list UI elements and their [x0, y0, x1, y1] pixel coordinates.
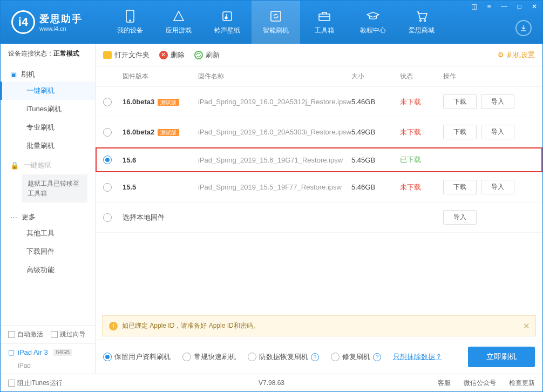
minimize-icon[interactable]: — — [499, 3, 509, 10]
label: 删除 — [171, 50, 185, 60]
erase-link[interactable]: 只想抹除数据？ — [393, 352, 442, 362]
skin-icon[interactable]: ◫ — [469, 3, 479, 10]
firmware-table: 16.0beta3测试版iPad_Spring_2019_16.0_20A531… — [96, 87, 542, 312]
option-keep-data[interactable]: 保留用户资料刷机 — [103, 352, 171, 362]
radio-icon[interactable] — [103, 183, 112, 192]
radio-icon[interactable] — [103, 213, 112, 222]
device-type: iPad — [1, 361, 95, 374]
svg-rect-4 — [271, 11, 281, 21]
radio-icon — [248, 353, 256, 361]
sidebar-item-download-fw[interactable]: 下载固件 — [1, 242, 95, 261]
import-button[interactable]: 导入 — [443, 210, 477, 225]
firmware-status: 未下载 — [400, 183, 443, 192]
radio-icon — [331, 353, 340, 361]
beta-tag: 测试版 — [158, 99, 179, 106]
sidebar-options: 自动激活 跳过向导 — [1, 325, 95, 343]
sidebar-item-itunes-flash[interactable]: iTunes刷机 — [1, 100, 95, 118]
toolbar: 打开文件夹 ✕删除 刷新 ⚙刷机设置 — [96, 44, 542, 66]
auto-activate-checkbox[interactable]: 自动激活 — [8, 330, 43, 339]
table-row[interactable]: 16.0beta2测试版iPad_Spring_2019_16.0_20A530… — [96, 117, 542, 147]
radio-icon[interactable] — [103, 156, 112, 164]
music-icon — [221, 10, 234, 23]
check-update-link[interactable]: 检查更新 — [509, 379, 535, 388]
nav-apps[interactable]: 应用游戏 — [154, 1, 203, 44]
nav-toolbox[interactable]: 工具箱 — [300, 1, 349, 44]
delete-button[interactable]: ✕删除 — [159, 50, 185, 60]
sidebar-group-flash[interactable]: ▣刷机 — [1, 64, 95, 82]
option-repair[interactable]: 修复刷机? — [331, 352, 381, 362]
close-warning-button[interactable]: ✕ — [523, 321, 530, 331]
beta-tag: 测试版 — [158, 129, 179, 136]
group-label: 刷机 — [21, 70, 35, 79]
flash-settings-button[interactable]: ⚙刷机设置 — [498, 50, 535, 60]
sidebar-item-other-tools[interactable]: 其他工具 — [1, 224, 95, 242]
firmware-version: 15.6 — [123, 156, 198, 164]
jailbreak-notice: 越狱工具已转移至工具箱 — [22, 174, 87, 202]
firmware-filename: iPad_Spring_2019_15.5_19F77_Restore.ipsw — [198, 183, 351, 191]
nav-store[interactable]: 爱思商城 — [397, 1, 446, 44]
nav-tutorials[interactable]: 教程中心 — [349, 1, 397, 44]
conn-prefix: 设备连接状态： — [8, 50, 53, 57]
logo: i4 爱思助手 www.i4.cn — [1, 10, 106, 34]
wechat-link[interactable]: 微信公众号 — [464, 379, 496, 388]
radio-icon[interactable] — [103, 128, 112, 137]
sidebar-item-advanced[interactable]: 高级功能 — [1, 261, 95, 279]
maximize-icon[interactable]: □ — [514, 3, 524, 10]
local-firmware-label: 选择本地固件 — [123, 213, 198, 222]
firmware-size: 5.45GB — [351, 156, 400, 164]
firmware-version: 16.0beta3测试版 — [123, 98, 198, 106]
radio-icon[interactable] — [103, 98, 112, 106]
flash-now-button[interactable]: 立即刷机 — [468, 347, 535, 367]
radio-icon — [103, 353, 112, 361]
download-button[interactable]: 下载 — [443, 125, 477, 139]
apps-icon — [172, 10, 185, 23]
import-button[interactable]: 导入 — [481, 180, 514, 194]
firmware-filename: iPad_Spring_2019_16.0_20A5303i_Restore.i… — [198, 128, 351, 136]
storage-badge: 64GB — [53, 349, 73, 356]
skip-wizard-checkbox[interactable]: 跳过向导 — [51, 330, 86, 339]
firmware-size: 5.46GB — [351, 98, 400, 106]
graduation-icon — [366, 10, 379, 23]
download-button[interactable]: 下载 — [443, 180, 477, 194]
open-folder-button[interactable]: 打开文件夹 — [103, 50, 150, 60]
menu-icon[interactable]: ≡ — [484, 3, 494, 10]
svg-point-6 — [420, 19, 422, 21]
sidebar-group-more[interactable]: ⋯更多 — [1, 207, 95, 224]
table-row[interactable]: 15.6iPad_Spring_2019_15.6_19G71_Restore.… — [96, 147, 542, 172]
firmware-filename: iPad_Spring_2019_16.0_20A5312j_Restore.i… — [198, 98, 351, 106]
sidebar-item-batch-flash[interactable]: 批量刷机 — [1, 137, 95, 155]
ipad-icon: ▢ — [8, 348, 15, 356]
sidebar-item-oneclick-flash[interactable]: 一键刷机 — [1, 82, 95, 100]
connection-status: 设备连接状态：正常模式 — [1, 44, 95, 64]
option-normal[interactable]: 常规快速刷机 — [182, 352, 236, 362]
support-link[interactable]: 客服 — [438, 379, 451, 388]
flash-group-icon: ▣ — [10, 71, 17, 79]
download-button[interactable]: 下载 — [443, 94, 477, 109]
sidebar-group-jailbreak: 🔒一键越狱 — [1, 155, 95, 172]
block-itunes-checkbox[interactable]: 阻止iTunes运行 — [8, 379, 63, 388]
download-indicator[interactable] — [515, 20, 532, 36]
option-anti-recovery[interactable]: 防数据恢复刷机? — [248, 352, 319, 362]
table-row[interactable]: 16.0beta3测试版iPad_Spring_2019_16.0_20A531… — [96, 87, 542, 117]
sidebar-item-pro-flash[interactable]: 专业刷机 — [1, 118, 95, 137]
nav-ringtones[interactable]: 铃声壁纸 — [203, 1, 252, 44]
table-row[interactable]: 15.5iPad_Spring_2019_15.5_19F77_Restore.… — [96, 172, 542, 202]
nav-label: 爱思商城 — [409, 26, 435, 35]
local-firmware-row[interactable]: 选择本地固件导入 — [96, 202, 542, 233]
lock-icon: 🔒 — [10, 161, 19, 170]
import-button[interactable]: 导入 — [481, 94, 514, 109]
help-icon[interactable]: ? — [373, 353, 381, 361]
firmware-filename: iPad_Spring_2019_15.6_19G71_Restore.ipsw — [198, 156, 351, 164]
refresh-button[interactable]: 刷新 — [194, 50, 220, 60]
label: 打开文件夹 — [114, 50, 150, 60]
close-icon[interactable]: ✕ — [530, 3, 539, 10]
nav-flash[interactable]: 智能刷机 — [252, 1, 300, 44]
nav-label: 应用游戏 — [166, 26, 192, 35]
nav-label: 铃声壁纸 — [214, 26, 240, 35]
import-button[interactable]: 导入 — [481, 125, 514, 139]
col-version: 固件版本 — [123, 72, 198, 81]
help-icon[interactable]: ? — [311, 353, 319, 361]
device-name[interactable]: ▢ iPad Air 3 64GB — [1, 343, 95, 361]
radio-icon — [182, 353, 191, 361]
nav-my-device[interactable]: 我的设备 — [106, 1, 154, 44]
